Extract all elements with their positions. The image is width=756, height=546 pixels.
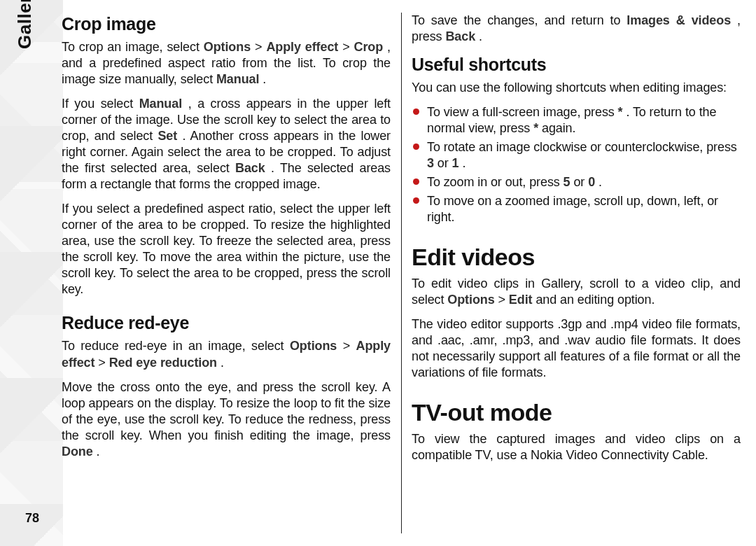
background-texture: [0, 0, 63, 546]
heading-tv-out-mode: TV-out mode: [412, 398, 741, 428]
menu-back: Back: [235, 161, 265, 175]
crop-p3: If you select a predefined aspect ratio,…: [62, 201, 391, 298]
crop-p1: To crop an image, select Options > Apply…: [62, 39, 391, 88]
redeye-p2: Move the cross onto the eye, and press t…: [62, 379, 391, 460]
edit-videos-p2: The video editor supports .3gp and .mp4 …: [412, 316, 741, 381]
page-number: 78: [25, 511, 39, 526]
list-item: To move on a zoomed image, scroll up, do…: [412, 193, 741, 225]
tv-out-p1: To view the captured images and video cl…: [412, 431, 741, 463]
menu-apply-effect: Apply effect: [266, 40, 338, 54]
menu-set: Set: [158, 129, 177, 143]
menu-options: Options: [204, 40, 251, 54]
menu-red-eye-reduction: Red eye reduction: [109, 356, 217, 370]
list-item: To zoom in or out, press 5 or 0 .: [412, 174, 741, 190]
edit-videos-p1: To edit video clips in Gallery, scroll t…: [412, 276, 741, 308]
heading-useful-shortcuts: Useful shortcuts: [412, 53, 741, 76]
menu-done: Done: [62, 444, 93, 458]
menu-images-videos: Images & videos: [626, 13, 731, 27]
save-changes-p: To save the changes, and return to Image…: [412, 13, 741, 45]
page-body: Crop image To crop an image, select Opti…: [62, 13, 741, 533]
list-item: To view a full-screen image, press * . T…: [412, 104, 741, 136]
crop-p2: If you select Manual , a cross appears i…: [62, 96, 391, 192]
list-item: To rotate an image clockwise or counterc…: [412, 139, 741, 172]
redeye-p1: To reduce red-eye in an image, select Op…: [62, 338, 391, 370]
menu-crop: Crop: [354, 40, 384, 54]
menu-edit: Edit: [509, 293, 533, 307]
section-tab-label: Gallery: [14, 0, 36, 49]
shortcuts-list: To view a full-screen image, press * . T…: [412, 104, 741, 225]
heading-reduce-red-eye: Reduce red-eye: [62, 312, 391, 334]
menu-manual: Manual: [216, 72, 259, 86]
heading-edit-videos: Edit videos: [412, 242, 741, 273]
heading-crop-image: Crop image: [62, 13, 391, 35]
shortcuts-intro: You can use the following shortcuts when…: [412, 80, 741, 96]
